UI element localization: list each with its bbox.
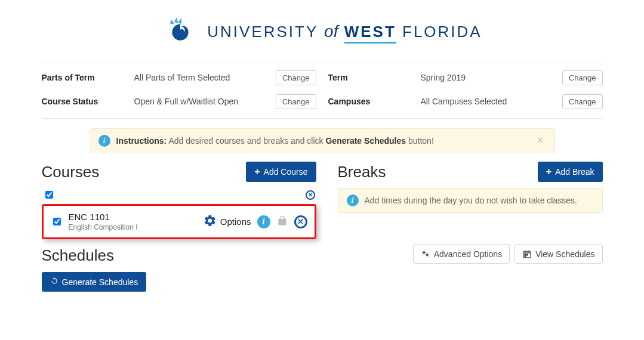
advanced-options-button[interactable]: Advanced Options [413,244,510,264]
course-code: ENC 1101 [69,212,198,222]
select-all-checkbox[interactable] [45,191,53,199]
add-course-label: Add Course [264,167,308,177]
close-icon[interactable]: × [534,134,547,147]
calendar-icon [522,249,532,259]
course-row: ENC 1101 English Composition I Options i… [42,204,316,239]
course-status-label: Course Status [42,97,134,106]
gear-icon [204,214,217,229]
advanced-options-label: Advanced Options [434,249,502,259]
change-course-status-button[interactable]: Change [276,94,316,109]
campuses-value: All Campuses Selected [421,97,562,106]
gears-icon [421,249,430,259]
refresh-icon [50,277,58,287]
campuses-label: Campuses [328,97,421,106]
course-options-button[interactable]: Options [204,214,251,229]
nautilus-icon [162,12,199,51]
add-break-label: Add Break [555,167,594,177]
plus-icon: + [254,166,260,177]
svg-point-2 [426,254,428,256]
change-parts-of-term-button[interactable]: Change [276,70,316,85]
term-value: Spring 2019 [421,73,562,82]
course-options-label: Options [220,217,251,227]
add-break-button[interactable]: + Add Break [538,162,603,182]
svg-rect-4 [525,254,526,255]
parts-of-term-value: All Parts of Term Selected [134,73,276,82]
breaks-hint: i Add times during the day you do not wi… [338,188,603,213]
course-name: English Composition I [69,223,198,231]
svg-rect-5 [526,254,528,255]
logo-text: UNIVERSITY of WEST FLORIDA [207,22,482,41]
svg-point-1 [423,252,425,254]
generate-schedules-button[interactable]: Generate Schedules [42,272,147,292]
remove-all-icon[interactable]: ✕ [306,190,315,200]
course-checkbox[interactable] [53,218,61,225]
plus-icon: + [546,166,551,177]
info-icon[interactable]: i [257,215,270,228]
instructions-label: Instructions: [116,136,167,146]
svg-rect-6 [525,256,526,257]
parts-of-term-label: Parts of Term [42,73,134,82]
info-icon: i [347,194,359,206]
breaks-hint-text: Add times during the day you do not wish… [365,196,577,205]
add-course-button[interactable]: + Add Course [246,162,316,182]
view-schedules-button[interactable]: View Schedules [514,244,602,264]
remove-course-icon[interactable]: ✕ [294,215,307,228]
view-schedules-label: View Schedules [535,249,594,259]
lock-open-icon[interactable] [276,215,288,228]
change-term-button[interactable]: Change [562,70,603,85]
breaks-heading: Breaks [338,163,386,181]
course-row-placeholder: ✕ [42,188,316,204]
filter-grid: Parts of Term All Parts of Term Selected… [42,67,603,112]
instructions-emph: Generate Schedules [325,136,406,146]
instructions-alert: i Instructions: Add desired courses and … [90,128,555,153]
change-campuses-button[interactable]: Change [562,94,603,109]
university-logo: UNIVERSITY of WEST FLORIDA [42,12,603,51]
courses-heading: Courses [42,163,100,181]
instructions-text-2: button! [406,136,434,146]
term-label: Term [328,73,421,82]
info-icon: i [98,135,110,147]
instructions-text-1: Add desired courses and breaks and click [168,136,325,146]
schedules-heading: Schedules [42,246,316,265]
course-status-value: Open & Full w/Waitlist Open [134,97,276,106]
generate-schedules-label: Generate Schedules [62,277,138,287]
